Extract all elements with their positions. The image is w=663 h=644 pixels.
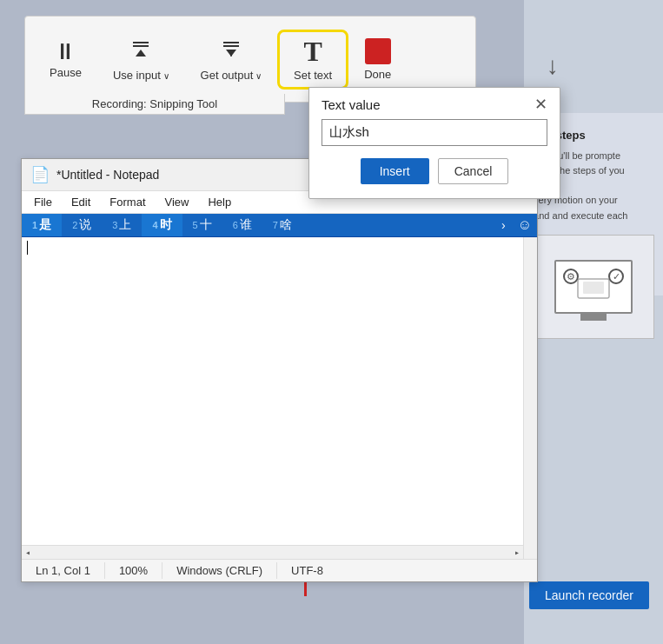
ime-number-2: 2 (72, 220, 77, 230)
ime-candidate-1[interactable]: 1是 (22, 214, 62, 236)
status-position: Ln 1, Col 1 (22, 562, 105, 579)
notepad-statusbar: Ln 1, Col 1 100% Windows (CRLF) UTF-8 (22, 559, 537, 581)
monitor-preview: ✓ ⚙ (533, 235, 654, 339)
svg-rect-9 (583, 282, 604, 294)
monitor-icon: ✓ ⚙ (554, 260, 633, 314)
status-line-ending: Windows (CRLF) (162, 562, 277, 579)
settings-icon: ⚙ (563, 269, 579, 284)
ime-number-3: 3 (112, 220, 117, 230)
ime-number-5: 5 (193, 220, 198, 230)
set-text-icon: T (303, 37, 322, 65)
recording-label: Recording: Snipping Tool (24, 94, 285, 115)
get-output-button[interactable]: Get output (185, 30, 278, 89)
set-text-label: Set text (294, 69, 332, 82)
notepad-app-icon: 📄 (30, 165, 50, 184)
svg-rect-7 (371, 44, 385, 58)
dialog-buttons: Insert Cancel (309, 155, 560, 198)
checkmark-icon: ✓ (608, 269, 624, 284)
ime-candidate-3[interactable]: 3上 (102, 214, 142, 236)
svg-marker-2 (136, 50, 146, 56)
done-icon (365, 38, 391, 64)
status-zoom: 100% (105, 562, 162, 579)
dialog-close-button[interactable]: ✕ (534, 96, 547, 112)
pause-icon: ⏸ (54, 40, 76, 63)
ime-arrow-icon[interactable]: › (494, 215, 513, 236)
notepad-scrollbar-horizontal[interactable]: ◂ ▸ (22, 545, 523, 559)
ime-number-4: 4 (152, 220, 157, 230)
set-text-button[interactable]: T Set text (277, 30, 348, 90)
text-value-input[interactable] (322, 119, 547, 146)
dialog-input-wrap (309, 117, 560, 155)
pause-label: Pause (50, 66, 82, 79)
text-value-dialog: Text value ✕ Insert Cancel (308, 87, 560, 199)
ime-candidate-4[interactable]: 4时 (142, 214, 182, 236)
ime-number-7: 7 (273, 220, 278, 230)
down-arrow-icon: ↓ (547, 52, 559, 80)
menu-view[interactable]: View (156, 193, 198, 211)
menu-edit[interactable]: Edit (63, 193, 99, 211)
insert-button[interactable]: Insert (361, 158, 429, 184)
ime-emoji-button[interactable]: ☺ (513, 214, 537, 236)
use-input-icon (129, 37, 153, 65)
scroll-left-icon[interactable]: ◂ (22, 548, 34, 558)
pause-button[interactable]: ⏸ Pause (34, 33, 97, 86)
status-encoding: UTF-8 (277, 562, 337, 579)
get-output-label: Get output (201, 69, 262, 82)
launch-recorder-button[interactable]: Launch recorder (529, 581, 649, 609)
menu-help[interactable]: Help (199, 193, 240, 211)
notepad-cursor (27, 241, 28, 255)
notepad-scrollbar-vertical[interactable] (523, 237, 537, 559)
ime-candidate-7[interactable]: 7啥 (262, 214, 302, 236)
dialog-title: Text value (322, 97, 381, 112)
done-button[interactable]: Done (348, 31, 407, 88)
recording-text: Recording: Snipping Tool (92, 97, 217, 110)
dialog-titlebar: Text value ✕ (309, 88, 560, 117)
ime-candidate-2[interactable]: 2说 (62, 214, 102, 236)
scroll-right-icon[interactable]: ▸ (511, 548, 523, 558)
ime-candidate-5[interactable]: 5十 (182, 214, 222, 236)
notepad-content-area[interactable]: ◂ ▸ (22, 237, 537, 559)
cancel-button[interactable]: Cancel (438, 158, 509, 184)
use-input-label: Use input (113, 69, 169, 82)
notepad-window: 📄 *Untitled - Notepad ─ □ ✕ File Edit Fo… (21, 158, 538, 582)
menu-file[interactable]: File (25, 193, 61, 211)
get-output-icon (219, 37, 243, 65)
ime-number-1: 1 (32, 220, 37, 230)
done-label: Done (364, 68, 391, 81)
ime-candidate-bar: 1是 2说 3上 4时 5十 6谁 7啥 › ☺ (22, 214, 537, 237)
menu-format[interactable]: Format (101, 193, 154, 211)
ime-number-6: 6 (233, 220, 238, 230)
ime-candidate-6[interactable]: 6谁 (222, 214, 262, 236)
use-input-button[interactable]: Use input (97, 30, 185, 89)
